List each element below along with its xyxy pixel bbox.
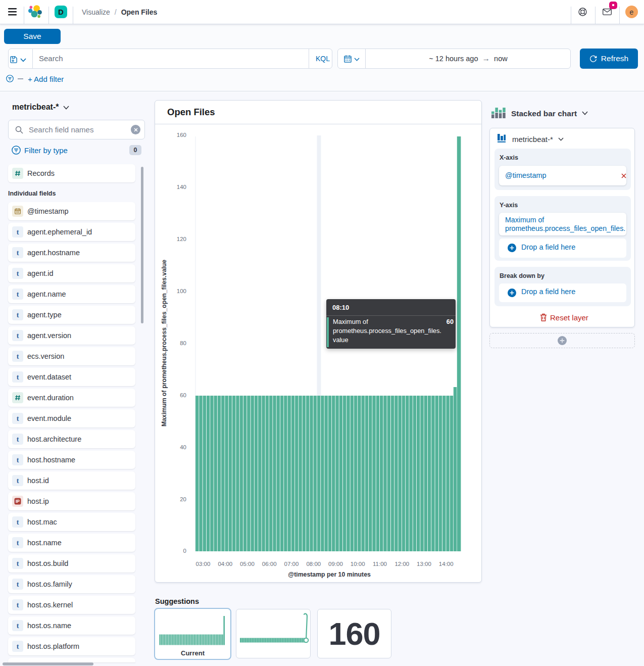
svg-text:t: t	[17, 415, 19, 422]
svg-text:Maximum of prometheus.process_: Maximum of prometheus.process_files_open…	[161, 260, 168, 426]
svg-text:40: 40	[180, 444, 186, 450]
svg-text:04:00: 04:00	[218, 561, 232, 567]
svg-text:t: t	[17, 373, 19, 381]
svg-text:t: t	[17, 560, 19, 567]
svg-text:08:00: 08:00	[306, 561, 321, 567]
svg-text:t: t	[17, 518, 19, 526]
svg-text:t: t	[17, 456, 19, 464]
svg-text:12:00: 12:00	[394, 561, 409, 567]
svg-text:t: t	[17, 270, 19, 277]
svg-text:20: 20	[180, 496, 186, 502]
svg-text:60: 60	[180, 392, 186, 398]
svg-text:@timestamp per 10 minutes: @timestamp per 10 minutes	[288, 571, 371, 578]
svg-text:t: t	[17, 249, 19, 257]
svg-text:13:00: 13:00	[417, 561, 431, 567]
svg-text:10:00: 10:00	[351, 561, 365, 567]
svg-text:t: t	[17, 311, 19, 319]
svg-text:80: 80	[180, 340, 186, 346]
svg-text:IP: IP	[16, 499, 20, 504]
svg-text:t: t	[17, 581, 19, 588]
svg-text:03:00: 03:00	[196, 561, 211, 567]
svg-text:t: t	[17, 643, 19, 650]
svg-text:160: 160	[177, 132, 186, 138]
svg-text:11:00: 11:00	[373, 561, 387, 567]
svg-text:t: t	[17, 539, 19, 547]
svg-text:100: 100	[177, 288, 186, 294]
svg-text:t: t	[17, 436, 19, 443]
svg-text:07:00: 07:00	[284, 561, 299, 567]
svg-text:06:00: 06:00	[262, 561, 277, 567]
svg-text:t: t	[17, 622, 19, 630]
svg-text:140: 140	[177, 184, 186, 190]
svg-text:0: 0	[183, 548, 186, 554]
svg-text:t: t	[17, 291, 19, 298]
svg-text:t: t	[17, 332, 19, 340]
svg-text:09:00: 09:00	[328, 561, 343, 567]
svg-text:t: t	[17, 477, 19, 485]
svg-text:t: t	[17, 601, 19, 609]
svg-text:120: 120	[177, 236, 186, 242]
svg-text:t: t	[17, 353, 19, 360]
svg-text:t: t	[17, 228, 19, 236]
svg-text:05:00: 05:00	[240, 561, 255, 567]
svg-text:14:00: 14:00	[439, 561, 454, 567]
